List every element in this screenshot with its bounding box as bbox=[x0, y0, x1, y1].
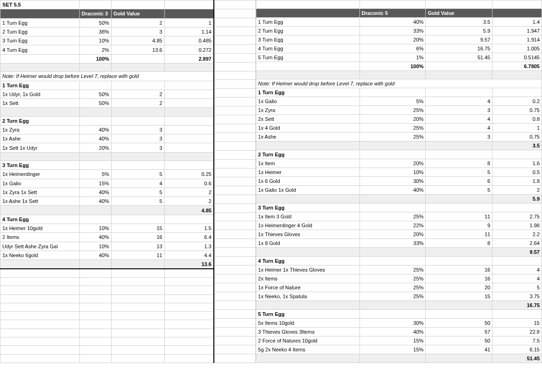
data-row[interactable]: 2 Items bbox=[0, 233, 80, 242]
summary-row[interactable]: 3 Turn Egg bbox=[256, 35, 359, 44]
summary-row[interactable]: 1 Turn Egg bbox=[0, 18, 80, 27]
summary-total-val[interactable]: 2.897 bbox=[164, 54, 214, 63]
data-row[interactable]: 3 Thieves Gloves 3Items bbox=[256, 328, 359, 336]
section-title[interactable]: 3 Turn Egg bbox=[256, 203, 359, 212]
summary-row[interactable]: 5 Turn Egg bbox=[256, 53, 359, 62]
data-row[interactable]: 1x Sett 1x Udyr bbox=[0, 143, 80, 152]
data-row[interactable]: 1x 4 Gold bbox=[256, 124, 359, 133]
section-title[interactable]: 5 Turn Egg bbox=[256, 310, 359, 319]
data-row[interactable]: 1x 8 Gold bbox=[256, 239, 359, 248]
summary-row[interactable]: 3 Turn Egg bbox=[0, 36, 80, 45]
left-table[interactable]: SET 5.5Draconic 3Gold Value1 Turn Egg50%… bbox=[0, 0, 214, 363]
summary-row[interactable]: 4 Turn Egg bbox=[0, 45, 80, 54]
data-row[interactable]: Udyr Sett Ashe Zyra Gal bbox=[0, 242, 80, 251]
data-row[interactable]: 1x Heimer 10gold bbox=[0, 224, 80, 232]
data-row[interactable]: 2x Items bbox=[256, 274, 359, 283]
data-row[interactable]: 1x Heimer bbox=[256, 168, 359, 177]
section-title[interactable]: 1 Turn Egg bbox=[256, 88, 359, 97]
right-table[interactable]: Draconic 5Gold Value1 Turn Egg40%3.51.42… bbox=[256, 0, 542, 363]
col-gold-value[interactable]: Gold Value bbox=[426, 9, 493, 18]
data-row[interactable]: 1x Neeko, 1x Spatula bbox=[256, 292, 359, 301]
data-row[interactable]: 1x Heimerdinger 4 Gold bbox=[256, 221, 359, 230]
summary-row[interactable]: 1 Turn Egg bbox=[256, 18, 359, 27]
data-row[interactable]: 1x Ashe 1x Sett bbox=[0, 197, 80, 206]
data-row[interactable]: 1x Item bbox=[256, 159, 359, 168]
data-row[interactable]: 1x Item 3 Gold bbox=[256, 212, 359, 221]
summary-row[interactable]: 2 Turn Egg bbox=[256, 27, 359, 35]
section-total[interactable]: 5.9 bbox=[493, 195, 542, 203]
col-trait[interactable]: Draconic 3 bbox=[79, 9, 111, 18]
data-row[interactable]: 1x Sett bbox=[0, 99, 80, 108]
section-total[interactable]: 13.6 bbox=[164, 260, 214, 269]
data-row[interactable]: 1x Heimerdinger bbox=[0, 170, 80, 179]
section-title[interactable]: 3 Turn Egg bbox=[0, 161, 80, 170]
section-total[interactable]: 3.5 bbox=[493, 141, 542, 150]
section-title[interactable]: 4 Turn Egg bbox=[0, 215, 80, 224]
data-row[interactable]: 1x Udyr, 1x Gold bbox=[0, 90, 80, 98]
data-row[interactable]: 1x Heimer 1x Thieves Gloves bbox=[256, 266, 359, 274]
data-row[interactable]: 2x Sett bbox=[256, 115, 359, 124]
note[interactable]: Note: If Heimer would drop before Level … bbox=[256, 79, 542, 88]
section-total[interactable]: 9.57 bbox=[493, 248, 542, 257]
summary-row[interactable]: 4 Turn Egg bbox=[256, 44, 359, 53]
data-row[interactable]: 1x Galio bbox=[256, 97, 359, 106]
data-row[interactable]: 1x Thieves Gloves bbox=[256, 230, 359, 239]
data-row[interactable]: 1x Zyra 1x Sett bbox=[0, 188, 80, 196]
spreadsheet: SET 5.5Draconic 3Gold Value1 Turn Egg50%… bbox=[0, 0, 542, 363]
col-gold-value[interactable]: Gold Value bbox=[111, 9, 164, 18]
data-row[interactable]: 1x Galio 1x Gold bbox=[256, 186, 359, 195]
summary-total-pct[interactable]: 100% bbox=[79, 54, 111, 63]
col-trait[interactable]: Draconic 5 bbox=[359, 9, 426, 18]
summary-total-pct[interactable]: 100% bbox=[359, 62, 426, 71]
data-row[interactable]: 5g 2x Neeko 4 Items bbox=[256, 345, 359, 354]
section-title[interactable]: 2 Turn Egg bbox=[256, 150, 359, 159]
data-row[interactable]: 1x Neeko 6gold bbox=[0, 251, 80, 259]
data-row[interactable]: 1x 6 Gold bbox=[256, 177, 359, 186]
data-row[interactable]: 1x Galio bbox=[0, 179, 80, 188]
gap-column bbox=[214, 0, 256, 363]
data-row[interactable]: 2 Force of Natures 10gold bbox=[256, 336, 359, 345]
section-total[interactable]: 51.45 bbox=[493, 354, 542, 363]
summary-total-val[interactable]: 6.7805 bbox=[493, 62, 542, 71]
section-title[interactable]: 2 Turn Egg bbox=[0, 116, 80, 125]
note[interactable]: Note: If Heimer would drop before Level … bbox=[0, 72, 214, 81]
section-title[interactable]: 1 Turn Egg bbox=[0, 81, 80, 90]
section-title[interactable]: 4 Turn Egg bbox=[256, 257, 359, 266]
section-total[interactable]: 4.85 bbox=[164, 206, 214, 215]
data-row[interactable]: 1x Zyra bbox=[0, 125, 80, 134]
data-row[interactable]: 1x Ashe bbox=[0, 134, 80, 143]
section-total[interactable]: 16.75 bbox=[493, 301, 542, 310]
data-row[interactable]: 5x Items 10gold bbox=[256, 319, 359, 328]
summary-row[interactable]: 2 Turn Egg bbox=[0, 27, 80, 36]
data-row[interactable]: 1x Ashe bbox=[256, 133, 359, 141]
data-row[interactable]: 1x Zyra bbox=[256, 106, 359, 115]
sheet-title[interactable]: SET 5.5 bbox=[0, 0, 80, 9]
data-row[interactable]: 1x Force of Nature bbox=[256, 283, 359, 292]
